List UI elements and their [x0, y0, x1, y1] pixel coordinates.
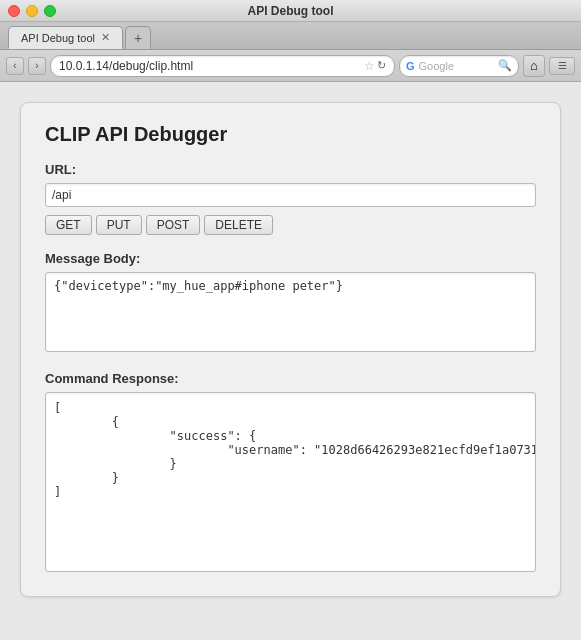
command-response-label: Command Response:	[45, 371, 536, 386]
back-button[interactable]: ‹	[6, 57, 24, 75]
close-button[interactable]	[8, 5, 20, 17]
page-title: CLIP API Debugger	[45, 123, 536, 146]
home-icon: ⌂	[530, 58, 538, 73]
url-label: URL:	[45, 162, 536, 177]
forward-button[interactable]: ›	[28, 57, 46, 75]
google-logo: G	[406, 60, 415, 72]
url-input[interactable]	[45, 183, 536, 207]
message-body-wrap	[45, 272, 536, 371]
tab-bar: API Debug tool ✕ +	[0, 22, 581, 50]
home-button[interactable]: ⌂	[523, 55, 545, 77]
put-button[interactable]: PUT	[96, 215, 142, 235]
message-body-label: Message Body:	[45, 251, 536, 266]
window-controls	[8, 5, 56, 17]
window-title: API Debug tool	[248, 4, 334, 18]
new-tab-button[interactable]: +	[125, 26, 151, 49]
reload-icon[interactable]: ↻	[377, 59, 386, 72]
tab-label: API Debug tool	[21, 32, 95, 44]
active-tab[interactable]: API Debug tool ✕	[8, 26, 123, 49]
method-buttons: GET PUT POST DELETE	[45, 215, 536, 235]
tab-close-icon[interactable]: ✕	[101, 31, 110, 44]
title-bar: API Debug tool	[0, 0, 581, 22]
maximize-button[interactable]	[44, 5, 56, 17]
address-bar: ‹ › 10.0.1.14/debug/clip.html ☆ ↻ G Goog…	[0, 50, 581, 82]
post-button[interactable]: POST	[146, 215, 201, 235]
search-icon[interactable]: 🔍	[498, 59, 512, 72]
bookmark-icon[interactable]: ☆	[364, 59, 375, 73]
google-placeholder: Google	[419, 60, 454, 72]
extensions-icon: ☰	[558, 60, 567, 71]
message-body-input[interactable]	[45, 272, 536, 352]
google-search-box[interactable]: G Google 🔍	[399, 55, 519, 77]
url-text: 10.0.1.14/debug/clip.html	[59, 59, 360, 73]
url-bar[interactable]: 10.0.1.14/debug/clip.html ☆ ↻	[50, 55, 395, 77]
command-response-wrap: [ { "success": { "username": "1028d66426…	[45, 392, 536, 572]
command-response-output: [ { "success": { "username": "1028d66426…	[45, 392, 536, 572]
browser-content: CLIP API Debugger URL: GET PUT POST DELE…	[0, 82, 581, 640]
extensions-button[interactable]: ☰	[549, 57, 575, 75]
get-button[interactable]: GET	[45, 215, 92, 235]
minimize-button[interactable]	[26, 5, 38, 17]
main-card: CLIP API Debugger URL: GET PUT POST DELE…	[20, 102, 561, 597]
delete-button[interactable]: DELETE	[204, 215, 273, 235]
